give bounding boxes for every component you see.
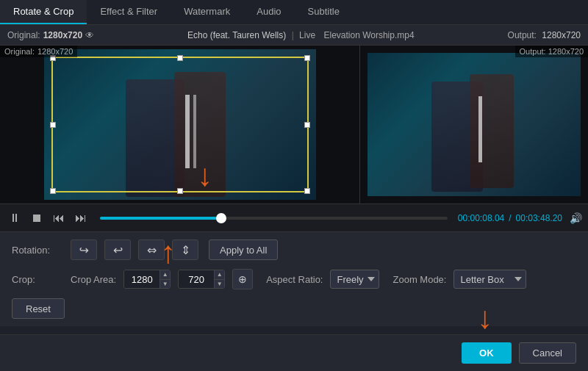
zoom-mode-label: Zoom Mode: xyxy=(392,274,446,285)
aspect-ratio-label: Aspect Ratio: xyxy=(266,274,323,285)
live-label: Live xyxy=(299,30,315,40)
tab-subtitle[interactable]: Subtitle xyxy=(295,0,353,24)
crop-handle-tr[interactable] xyxy=(304,55,310,61)
ok-button[interactable]: OK xyxy=(462,342,512,364)
crop-label: Crop: xyxy=(12,274,63,285)
width-spin-up[interactable]: ▲ xyxy=(160,270,170,280)
height-spin-arrows: ▲ ▼ xyxy=(214,270,224,289)
stop-button[interactable]: ⏹ xyxy=(28,210,46,226)
output-video-label: Output: 1280x720 xyxy=(515,46,588,57)
timeline-progress xyxy=(100,217,221,220)
crop-row: Crop: Crop Area: ▲ ▼ ▲ ▼ ⊕ xyxy=(12,269,576,289)
crop-handle-mr[interactable] xyxy=(304,122,310,128)
original-video-label: Original: 1280x720 xyxy=(0,46,77,57)
tab-bar: Rotate & Crop Effect & Filter Watermark … xyxy=(0,0,588,25)
height-spin-down[interactable]: ▼ xyxy=(215,280,224,289)
eye-icon[interactable]: 👁 xyxy=(85,30,94,40)
next-button[interactable]: ⏭ xyxy=(72,210,90,226)
timeline-slider[interactable] xyxy=(100,217,448,220)
timeline-thumb[interactable] xyxy=(216,213,226,223)
video-person2 xyxy=(174,72,226,197)
pause-button[interactable]: ⏸ xyxy=(6,210,24,226)
center-crop-button[interactable]: ⊕ xyxy=(232,269,253,289)
media-sep: | xyxy=(292,30,294,40)
output-res: 1280x720 xyxy=(542,30,581,40)
timeline-bar: ⏸ ⏹ ⏮ ⏭ 00:00:08.04 / 00:03:48.20 🔊 xyxy=(0,203,588,231)
video-striper xyxy=(478,96,482,162)
flip-horizontal-button[interactable]: ⇔ xyxy=(138,239,165,260)
rotate-left-icon: ↩ xyxy=(79,243,89,257)
rotate-right-icon: ↩ xyxy=(113,243,123,257)
rotate-right-button[interactable]: ↩ xyxy=(104,239,131,260)
video-stripe1 xyxy=(185,95,190,168)
rotation-label: Rotation: xyxy=(12,245,63,256)
rotation-row: Rotation: ↩ ↩ ⇔ ⇕ Apply to All xyxy=(12,239,576,260)
flip-v-icon: ⇕ xyxy=(181,243,190,257)
original-res: 1280x720 xyxy=(43,30,82,40)
flip-vertical-button[interactable]: ⇕ xyxy=(172,239,198,260)
width-spin-arrows: ▲ ▼ xyxy=(159,270,170,289)
volume-icon[interactable]: 🔊 xyxy=(570,212,582,224)
width-spinbox[interactable]: ▲ ▼ xyxy=(123,270,171,289)
aspect-ratio-select[interactable]: Freely 16:9 4:3 1:1 9:16 xyxy=(330,270,379,289)
right-video-preview xyxy=(368,53,581,196)
rotate-left-button[interactable]: ↩ xyxy=(71,239,97,260)
prev-button[interactable]: ⏮ xyxy=(50,210,68,226)
center-icon: ⊕ xyxy=(238,273,247,285)
tab-rotate-crop[interactable]: Rotate & Crop xyxy=(0,0,87,24)
height-input[interactable] xyxy=(179,274,214,285)
video-stripe2 xyxy=(193,95,196,168)
height-spinbox[interactable]: ▲ ▼ xyxy=(178,270,225,289)
timecode-total: 00:03:48.20 xyxy=(516,213,562,223)
media-info-bar: Original: 1280x720 👁 Echo (feat. Tauren … xyxy=(0,25,588,46)
zoom-mode-select[interactable]: Letter Box Pan & Scan Full xyxy=(453,270,526,289)
timecode-current: 00:00:08.04 xyxy=(458,213,504,223)
width-spin-down[interactable]: ▼ xyxy=(160,280,170,289)
apply-to-all-button[interactable]: Apply to All xyxy=(209,239,278,260)
video-right-panel: Output: 1280x720 xyxy=(360,46,588,203)
crop-area-label: Crop Area: xyxy=(71,274,116,285)
video-left-panel: Original: 1280x720 xyxy=(0,46,359,203)
reset-row: Reset xyxy=(12,298,576,319)
crop-handle-bl[interactable] xyxy=(50,188,56,194)
cancel-button[interactable]: Cancel xyxy=(519,342,576,364)
tab-effect-filter[interactable]: Effect & Filter xyxy=(87,0,171,24)
width-input[interactable] xyxy=(124,274,159,285)
video-area: Original: 1280x720 xyxy=(0,46,588,203)
video-person2r xyxy=(470,74,514,188)
crop-handle-ml[interactable] xyxy=(50,122,56,128)
reset-button[interactable]: Reset xyxy=(12,298,65,319)
left-video-preview xyxy=(44,49,316,200)
height-spin-up[interactable]: ▲ xyxy=(215,270,224,280)
tab-audio[interactable]: Audio xyxy=(243,0,294,24)
output-label: Output: xyxy=(508,30,537,40)
song-title: Echo (feat. Tauren Wells) xyxy=(187,30,286,40)
crop-handle-br[interactable] xyxy=(304,188,310,194)
bottom-bar: OK Cancel xyxy=(0,334,588,371)
tab-watermark[interactable]: Watermark xyxy=(171,0,243,24)
file-name: Elevation Worship.mp4 xyxy=(323,30,414,40)
controls-area: Rotation: ↩ ↩ ⇔ ⇕ Apply to All Crop: Cro… xyxy=(0,231,588,326)
original-label: Original: xyxy=(7,30,40,40)
flip-h-icon: ⇔ xyxy=(147,243,157,257)
crop-handle-tc[interactable] xyxy=(177,55,183,61)
timecode-sep: / xyxy=(509,213,511,223)
